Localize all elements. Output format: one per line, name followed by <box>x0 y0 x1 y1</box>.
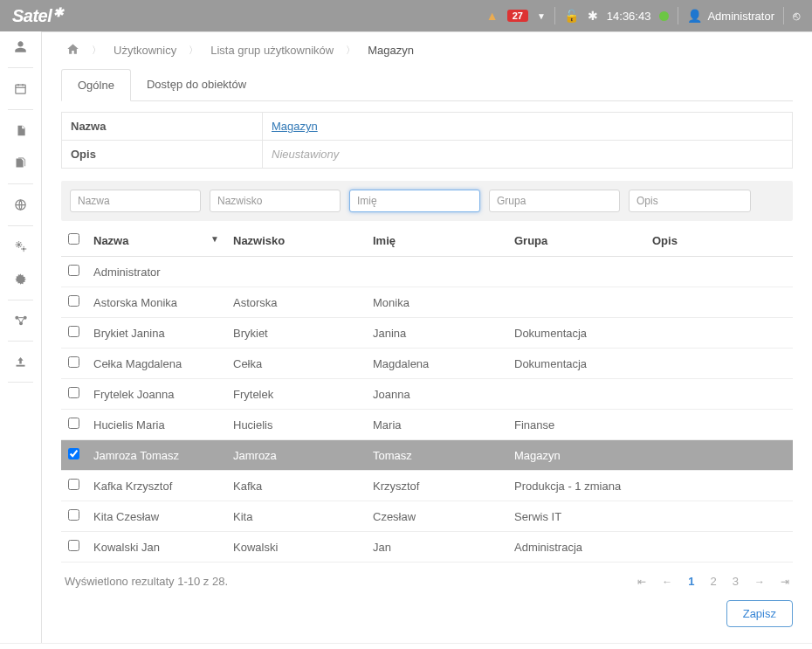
row-checkbox[interactable] <box>68 326 79 337</box>
breadcrumb-groups[interactable]: Lista grup użytkowników <box>210 44 334 57</box>
table-row[interactable]: Astorska MonikaAstorskaMonika <box>61 287 793 318</box>
col-grupa[interactable]: Grupa <box>507 224 645 257</box>
user-icon: 👤 <box>687 9 702 23</box>
chevron-right-icon: 〉 <box>189 44 198 57</box>
cell-nazwa: Astorska Monika <box>86 287 226 318</box>
brand-logo[interactable]: Satel ✱ <box>12 6 64 26</box>
user-menu[interactable]: 👤 Administrator <box>687 9 774 23</box>
sidebar-gear-icon[interactable] <box>14 273 27 286</box>
cell-imie: Maria <box>366 410 507 440</box>
svg-point-6 <box>22 247 24 250</box>
table-row[interactable]: Jamroza TomaszJamrozaTomaszMagazyn <box>61 440 793 471</box>
svg-rect-11 <box>17 365 25 367</box>
cell-grupa: Dokumentacja <box>507 318 645 349</box>
cell-opis <box>645 410 793 440</box>
filter-nazwisko-input[interactable] <box>210 190 341 212</box>
cell-opis <box>645 501 793 532</box>
page-next-icon[interactable]: → <box>754 576 765 588</box>
home-icon[interactable] <box>66 43 79 58</box>
filter-opis-input[interactable] <box>629 190 751 212</box>
cell-nazwa: Hucielis Maria <box>86 410 226 440</box>
row-checkbox[interactable] <box>68 356 79 368</box>
info-desc-value[interactable]: Nieustawiony <box>272 148 339 161</box>
tab-general[interactable]: Ogólne <box>61 69 131 101</box>
filter-nazwa-input[interactable] <box>70 190 201 212</box>
table-row[interactable]: Kafka KrzysztofKafkaKrzysztofProdukcja -… <box>61 471 793 501</box>
table-row[interactable]: Brykiet JaninaBrykietJaninaDokumentacja <box>61 318 793 349</box>
warning-icon[interactable]: ▲ <box>486 9 499 23</box>
topbar-actions: ▲ 27 ▼ 🔓 ✱ 14:36:43 👤 Administrator ⎋ <box>486 7 800 24</box>
select-all-checkbox[interactable] <box>68 233 79 245</box>
row-checkbox[interactable] <box>68 387 79 398</box>
cell-nazwisko: Hucielis <box>226 410 366 440</box>
table-row[interactable]: Kita CzesławKitaCzesławSerwis IT <box>61 501 793 532</box>
table-row[interactable]: Kowalski JanKowalskiJanAdministracja <box>61 532 793 563</box>
page-2[interactable]: 2 <box>711 575 717 588</box>
cell-imie <box>366 257 507 287</box>
row-checkbox[interactable] <box>68 418 79 429</box>
pagination: ⇤ ← 1 2 3 → ⇥ <box>637 575 789 588</box>
col-opis[interactable]: Opis <box>645 224 793 257</box>
sort-desc-icon: ▼ <box>210 234 219 244</box>
cell-imie: Magdalena <box>366 349 507 379</box>
sidebar-network-icon[interactable] <box>14 314 28 327</box>
sidebar-globe-icon[interactable] <box>14 198 27 211</box>
sidebar-files-icon[interactable] <box>14 156 27 169</box>
cell-nazwa: Kowalski Jan <box>86 532 226 563</box>
col-imie[interactable]: Imię <box>366 224 507 257</box>
table-row[interactable]: Administrator <box>61 257 793 287</box>
sidebar-gears-icon[interactable] <box>14 240 28 253</box>
svg-rect-0 <box>16 85 25 93</box>
tabs: Ogólne Dostęp do obiektów <box>61 68 793 101</box>
filter-grupa-input[interactable] <box>489 190 620 212</box>
page-3[interactable]: 3 <box>733 575 739 588</box>
cell-grupa: Magazyn <box>507 440 645 471</box>
cell-nazwisko: Jamroza <box>226 440 366 471</box>
cell-opis <box>645 287 793 318</box>
sidebar-users-icon[interactable] <box>14 40 27 53</box>
col-nazwa[interactable]: Nazwa▼ <box>86 224 226 257</box>
table-footer: Wyświetlono rezultaty 1-10 z 28. ⇤ ← 1 2… <box>65 575 789 588</box>
page-1[interactable]: 1 <box>688 575 694 588</box>
row-checkbox[interactable] <box>68 479 79 490</box>
row-checkbox[interactable] <box>68 509 79 521</box>
cell-nazwa: Kita Czesław <box>86 501 226 532</box>
page-prev-icon[interactable]: ← <box>662 576 672 588</box>
sidebar <box>0 31 42 643</box>
svg-point-5 <box>17 243 20 246</box>
table-row[interactable]: Frytelek JoannaFrytelekJoanna <box>61 379 793 410</box>
info-name-value[interactable]: Magazyn <box>272 120 318 133</box>
warning-count-badge[interactable]: 27 <box>507 10 528 22</box>
brand-text: Satel <box>12 6 52 26</box>
filter-imie-input[interactable] <box>349 190 480 212</box>
table-row[interactable]: Cełka MagdalenaCełkaMagdalenaDokumentacj… <box>61 349 793 379</box>
cell-opis <box>645 257 793 287</box>
tab-access[interactable]: Dostęp do obiektów <box>131 69 262 101</box>
results-text: Wyświetlono rezultaty 1-10 z 28. <box>65 575 228 588</box>
caret-down-icon[interactable]: ▼ <box>537 11 546 21</box>
row-checkbox[interactable] <box>68 295 79 307</box>
cell-imie: Janina <box>366 318 507 349</box>
users-table: Nazwa▼ Nazwisko Imię Grupa Opis Administ… <box>61 224 793 563</box>
cell-nazwa: Cełka Magdalena <box>86 349 226 379</box>
sidebar-calendar-icon[interactable] <box>14 82 27 95</box>
row-checkbox[interactable] <box>68 448 79 459</box>
unlock-icon[interactable]: 🔓 <box>564 9 579 23</box>
table-row[interactable]: Hucielis MariaHucielisMariaFinanse <box>61 410 793 440</box>
sidebar-file-icon[interactable] <box>15 124 27 137</box>
save-button[interactable]: Zapisz <box>726 600 793 627</box>
cell-nazwisko: Frytelek <box>226 379 366 410</box>
page-last-icon[interactable]: ⇥ <box>781 576 789 588</box>
cell-nazwisko: Brykiet <box>226 318 366 349</box>
snowflake-icon[interactable]: ✱ <box>588 9 598 23</box>
row-checkbox[interactable] <box>68 540 79 551</box>
cell-imie: Tomasz <box>366 440 507 471</box>
col-nazwisko[interactable]: Nazwisko <box>226 224 366 257</box>
cell-grupa <box>507 257 645 287</box>
sidebar-upload-icon[interactable] <box>14 356 27 368</box>
svg-point-10 <box>19 321 23 325</box>
page-first-icon[interactable]: ⇤ <box>637 576 646 588</box>
breadcrumb-users[interactable]: Użytkownicy <box>114 44 176 57</box>
row-checkbox[interactable] <box>68 265 79 276</box>
logout-icon[interactable]: ⎋ <box>793 9 800 23</box>
